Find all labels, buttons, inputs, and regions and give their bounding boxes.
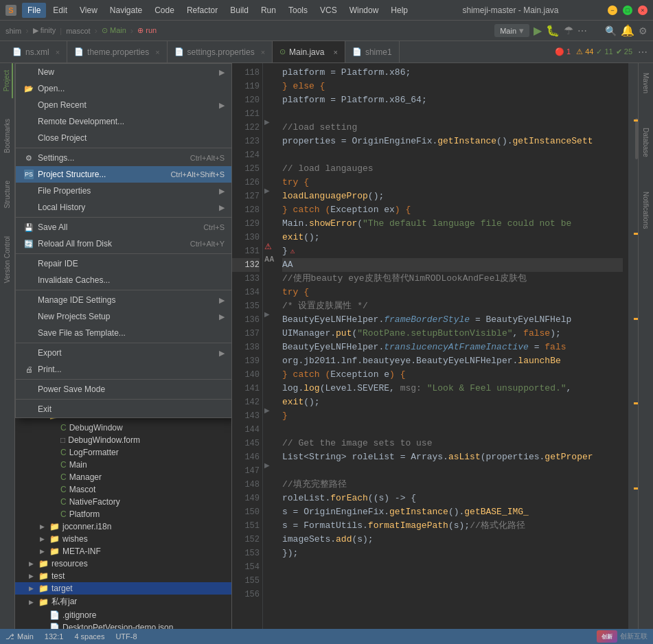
menu-item-exit[interactable]: Exit (16, 401, 232, 417)
tree-item-debug-window[interactable]: C DebugWindow (15, 422, 231, 434)
menu-help[interactable]: Help (385, 3, 413, 18)
menu-item-new-projects[interactable]: New Projects Setup ▶ (16, 308, 232, 325)
tree-item-manager[interactable]: C Manager (15, 471, 231, 483)
line-number: 122 (232, 121, 260, 135)
sidebar-item-bookmarks[interactable]: Bookmarks (2, 112, 12, 160)
menu-item-local-history[interactable]: Local History ▶ (16, 199, 232, 216)
tree-item-debug-window-form[interactable]: □ DebugWindow.form (15, 434, 231, 446)
git-branch[interactable]: ⎇ Main (5, 632, 34, 641)
title-bar-left: S File Edit View Navigate Code Refactor … (5, 3, 413, 18)
menu-vcs[interactable]: VCS (314, 3, 343, 18)
sidebar-item-project[interactable]: Project (1, 63, 13, 98)
tree-item-meta-inf[interactable]: ▶ 📁 META-INF (15, 545, 231, 557)
search-icon[interactable]: 🔍 (605, 25, 617, 36)
run-button[interactable]: ▶ (534, 24, 542, 37)
menu-window[interactable]: Window (344, 3, 385, 18)
tree-item-test[interactable]: ▶ 📁 test (15, 570, 231, 582)
settings-icon[interactable]: ⚙ (639, 25, 648, 36)
fold-marker[interactable]: ▶ (264, 310, 270, 318)
code-line: s = FormatUtils.formatImagePath(s);//格式化… (282, 519, 623, 533)
menu-item-remote[interactable]: Remote Development... (16, 113, 232, 130)
tab-theme-properties[interactable]: 📄 theme.properties × (67, 41, 167, 62)
menu-item-print[interactable]: 🖨 Print... (16, 361, 232, 378)
menu-item-export[interactable]: Export ▶ (16, 345, 232, 361)
menu-item-power-save[interactable]: Power Save Mode (16, 381, 232, 398)
menu-item-project-structure[interactable]: PS Project Structure... Ctrl+Alt+Shift+S (16, 166, 232, 183)
menu-item-file-properties[interactable]: File Properties ▶ (16, 183, 232, 199)
tree-item-main[interactable]: C Main (15, 459, 231, 471)
close-tab-ns-xml[interactable]: × (56, 48, 60, 56)
power-save-icon (24, 384, 34, 394)
tree-item-joconner[interactable]: ▶ 📁 joconner.i18n (15, 520, 231, 533)
more-options-icon[interactable]: ⋯ (577, 25, 587, 36)
branch-dropdown[interactable]: ▶ finity (33, 26, 56, 35)
menu-item-save-all[interactable]: 💾 Save All Ctrl+S (16, 219, 232, 235)
debug-icon[interactable]: 🐛 (546, 24, 560, 37)
right-panel-database[interactable]: Database (641, 121, 651, 164)
fold-marker[interactable]: ▶ (264, 406, 270, 414)
menu-item-new[interactable]: New ▶ (16, 64, 232, 80)
menu-item-open-recent[interactable]: Open Recent ▶ (16, 97, 232, 113)
close-tab-settings[interactable]: × (261, 48, 265, 56)
tab-more-icon[interactable]: ⋯ (638, 47, 648, 58)
folder-icon: 📁 (38, 597, 49, 607)
tree-item-mascot[interactable]: C Mascot (15, 483, 231, 496)
menu-code[interactable]: Code (149, 3, 180, 18)
close-button[interactable]: × (638, 5, 648, 15)
sidebar-item-structure[interactable]: Structure (2, 174, 12, 216)
right-panel-notifications[interactable]: Notifications (641, 185, 651, 235)
tab-shime1[interactable]: 📄 shime1 (345, 41, 400, 62)
menu-item-invalidate[interactable]: Invalidate Caches... (16, 272, 232, 288)
menu-file[interactable]: File (22, 3, 46, 18)
fold-marker[interactable]: ▶ (264, 461, 270, 469)
menu-tools[interactable]: Tools (283, 3, 313, 18)
coverage-icon[interactable]: ☂ (564, 24, 573, 37)
menu-build[interactable]: Build (225, 3, 254, 18)
menu-view[interactable]: View (74, 3, 103, 18)
code-line: //load setting (282, 121, 623, 135)
tab-main-java[interactable]: ⊙ Main.java × (273, 41, 345, 62)
right-panel-maven[interactable]: Maven (641, 66, 651, 100)
code-line: loadLanguageProp(); (282, 189, 623, 203)
branch-selector[interactable]: Main ▾ (494, 24, 529, 37)
collapse-icon: ▶ (29, 560, 36, 567)
warning-stripe (634, 233, 638, 235)
menu-navigate[interactable]: Navigate (104, 3, 148, 18)
menu-run[interactable]: Run (255, 3, 282, 18)
editor-scrollbar[interactable] (628, 63, 638, 629)
sidebar-item-version-control[interactable]: Version Control (2, 229, 12, 290)
tree-item-target[interactable]: ▶ 📁 target (15, 582, 231, 595)
menu-item-open[interactable]: 📂 Open... (16, 80, 232, 97)
menu-item-manage-ide[interactable]: Manage IDE Settings ▶ (16, 292, 232, 308)
tree-item-gitignore[interactable]: 📄 .gitignore (15, 609, 231, 621)
run-label: ⊕ run (137, 26, 157, 35)
line-number: 156 (232, 588, 260, 601)
menu-edit[interactable]: Edit (47, 3, 73, 18)
tree-item-native-factory[interactable]: C NativeFactory (15, 496, 231, 508)
tree-item-log-formatter[interactable]: C LogFormatter (15, 446, 231, 459)
close-tab-theme[interactable]: × (155, 48, 159, 56)
menu-item-reload[interactable]: 🔄 Reload All from Disk Ctrl+Alt+Y (16, 235, 232, 252)
tree-item-platform[interactable]: C Platform (15, 508, 231, 520)
folder-icon: 📁 (49, 534, 60, 544)
menu-item-repair[interactable]: Repair IDE (16, 255, 232, 272)
menu-refactor[interactable]: Refactor (181, 3, 223, 18)
project-panel: New ▶ 📂 Open... Open Recent ▶ (15, 63, 232, 629)
fold-marker[interactable]: ▶ (264, 118, 270, 126)
tree-item-desktop-json[interactable]: 📄 DesktopPetVersion-demo.json (15, 621, 231, 629)
fold-marker[interactable]: ▶ (264, 187, 270, 194)
minimize-button[interactable]: − (608, 5, 617, 15)
close-tab-main[interactable]: × (333, 48, 337, 56)
new-projects-arrow-icon: ▶ (219, 312, 225, 321)
tab-settings-properties[interactable]: 📄 settings.properties × (168, 41, 273, 62)
code-content[interactable]: platform = Platform.x86; } else { platfo… (277, 63, 628, 629)
tree-item-private-jar[interactable]: ▶ 📁 私有jar (15, 595, 231, 609)
tree-item-resources[interactable]: ▶ 📁 resources (15, 557, 231, 570)
tab-ns-xml[interactable]: 📄 ns.xml × (5, 41, 67, 62)
menu-item-save-template[interactable]: Save File as Template... (16, 325, 232, 341)
maximize-button[interactable]: □ (623, 5, 632, 15)
menu-item-settings[interactable]: ⚙ Settings... Ctrl+Alt+S (16, 150, 232, 166)
menu-item-close-project[interactable]: Close Project (16, 130, 232, 146)
tree-item-wishes[interactable]: ▶ 📁 wishes (15, 533, 231, 545)
line-number: 140 (232, 368, 260, 382)
